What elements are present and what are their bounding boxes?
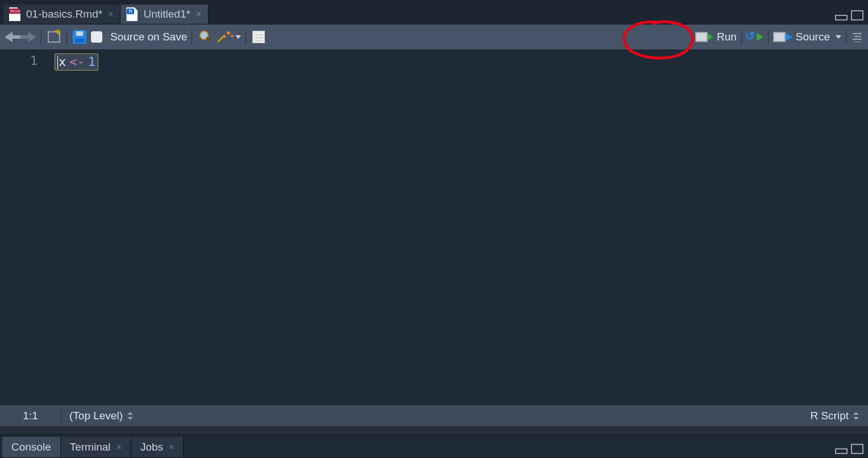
code-selection: x<-1 [55, 53, 98, 71]
document-outline-button[interactable] [851, 24, 863, 49]
tab-label: Jobs [140, 441, 163, 453]
close-icon[interactable]: × [169, 442, 174, 452]
source-button[interactable]: Source [773, 24, 841, 49]
rerun-button[interactable] [746, 24, 763, 49]
close-icon[interactable]: × [108, 9, 113, 19]
scope-label: (Top Level) [69, 410, 123, 422]
code-tools-button[interactable]: ✦ ✦ ✦ [217, 29, 233, 45]
tab-label: 01-basics.Rmd* [26, 8, 102, 20]
minimize-pane-icon[interactable] [835, 15, 848, 20]
text-cursor [57, 56, 58, 69]
updown-caret-icon [853, 412, 860, 420]
tab-label: Console [11, 441, 51, 453]
tab-jobs[interactable]: Jobs × [131, 437, 184, 457]
line-gutter: 1 [0, 50, 50, 405]
chevron-down-icon[interactable] [235, 35, 241, 39]
source-label: Source [796, 31, 830, 43]
r-file-icon [126, 7, 138, 21]
cursor-position: 1:1 [0, 410, 61, 422]
updown-caret-icon [127, 412, 134, 420]
tab-file-2[interactable]: Untitled1* × [121, 5, 209, 24]
search-icon [198, 31, 211, 43]
language-label: R Script [810, 410, 849, 422]
language-selector[interactable]: R Script [802, 410, 868, 422]
tab-terminal[interactable]: Terminal × [61, 437, 131, 457]
run-doc-icon [695, 32, 708, 42]
save-icon [73, 30, 86, 44]
tab-console[interactable]: Console [2, 437, 61, 457]
maximize-pane-icon[interactable] [851, 444, 863, 454]
notebook-icon [252, 31, 265, 43]
code-area[interactable]: x<-1 [50, 50, 98, 405]
close-icon[interactable]: × [196, 9, 201, 19]
line-number: 1 [0, 53, 38, 68]
tab-label: Untitled1* [143, 8, 190, 20]
run-arrow-icon [757, 33, 763, 41]
editor-statusbar: 1:1 (Top Level) R Script [0, 405, 868, 426]
token-number: 1 [88, 55, 95, 69]
nav-back-button[interactable] [5, 29, 20, 45]
rmd-file-icon [9, 7, 20, 21]
token-identifier: x [59, 55, 66, 69]
editor-toolbar: Source on Save ✦ ✦ ✦ [0, 24, 868, 50]
save-button[interactable] [72, 29, 88, 45]
source-doc-icon [773, 32, 786, 42]
source-on-save-checkbox[interactable] [91, 29, 107, 45]
tab-label: Terminal [70, 441, 111, 453]
outline-icon [851, 32, 863, 42]
close-icon[interactable]: × [117, 442, 122, 452]
token-operator: <- [69, 55, 85, 69]
run-button[interactable]: Run [695, 24, 737, 49]
compile-report-button[interactable] [251, 29, 267, 45]
source-arrow-icon [786, 33, 792, 41]
source-on-save-label: Source on Save [110, 31, 187, 43]
rerun-icon [746, 32, 757, 42]
minimize-pane-icon[interactable] [835, 448, 848, 454]
chevron-down-icon[interactable] [836, 35, 841, 39]
maximize-pane-icon[interactable] [851, 10, 863, 20]
nav-forward-button[interactable] [20, 29, 36, 45]
wand-icon: ✦ ✦ ✦ [217, 30, 233, 44]
console-tabs: Console Terminal × Jobs × [0, 434, 868, 458]
show-in-new-window-button[interactable] [46, 29, 62, 45]
find-replace-button[interactable] [197, 29, 213, 45]
code-editor[interactable]: 1 x<-1 [0, 50, 868, 405]
tab-file-1[interactable]: 01-basics.Rmd* × [3, 5, 121, 24]
run-label: Run [717, 31, 737, 43]
editor-tabs: 01-basics.Rmd* × Untitled1* × [0, 0, 868, 24]
scope-selector[interactable]: (Top Level) [61, 410, 142, 422]
pane-splitter[interactable] [0, 426, 868, 434]
checkbox-icon [91, 31, 102, 43]
